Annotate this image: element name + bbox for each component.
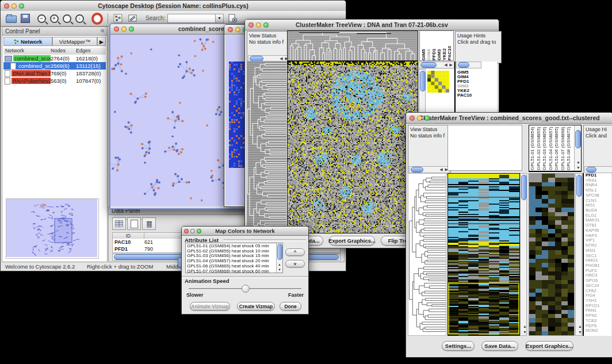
tv2-usage-hscrollbar[interactable] xyxy=(584,166,612,173)
network-row[interactable]: RNAPuberNov2+I563(0)107847(0) xyxy=(3,77,106,85)
zoom-out-icon[interactable]: − xyxy=(36,13,47,24)
float-panel-icon[interactable]: ⧉ xyxy=(101,28,104,34)
main-titlebar[interactable]: Cytoscape Desktop (Session Name: collins… xyxy=(1,1,346,12)
tv1-heatmap[interactable] xyxy=(287,61,418,233)
treeview2-titlebar[interactable]: ClusterMaker TreeView : combined_scores_… xyxy=(406,113,612,124)
network-row[interactable]: DNA and Tran 07769(0)183728(0) xyxy=(3,70,106,77)
tv2-heatmap[interactable] xyxy=(447,173,520,336)
tv2-column-label[interactable]: GPL51-02 (GSM855) xyxy=(536,126,542,170)
close-button[interactable] xyxy=(410,116,415,121)
tv2-collabels-vscrollbar[interactable]: ▲ ▼ xyxy=(574,125,581,171)
open-folder-icon[interactable] xyxy=(5,13,17,24)
tv1-column-label[interactable]: GIM4 xyxy=(426,31,431,60)
scroll-thumb[interactable] xyxy=(420,62,437,68)
tv2-genes-vscrollbar[interactable]: ▲ ▼ xyxy=(575,173,582,336)
zoom-button[interactable] xyxy=(263,22,269,28)
attribute-item[interactable]: GPL51-07 (GSM868) heat shock 60 min xyxy=(187,269,281,273)
settings-button[interactable]: Settings... xyxy=(442,341,475,351)
move-down-button[interactable]: v xyxy=(285,260,305,267)
minimize-button[interactable] xyxy=(121,26,127,32)
scroll-up-arrow[interactable]: ▲ xyxy=(522,324,528,329)
close-button[interactable] xyxy=(114,26,119,32)
scroll-right-arrow[interactable]: ▶ xyxy=(449,62,454,68)
export-graphics-button[interactable]: Export Graphics... xyxy=(329,236,375,246)
zoom-in-icon[interactable]: + xyxy=(48,13,60,24)
tv1-column-label[interactable]: GIM3 xyxy=(437,31,442,60)
tv2-row-dendrogram[interactable] xyxy=(408,173,446,336)
zoom-fit-icon[interactable]: ▫ xyxy=(74,13,85,24)
new-attribute-icon[interactable] xyxy=(127,217,141,230)
export-graphics-button[interactable]: Export Graphics... xyxy=(525,341,573,351)
network-overview-panel[interactable] xyxy=(6,198,99,259)
scroll-left-arrow[interactable]: ◀ xyxy=(443,62,448,68)
tv2-column-label[interactable]: GPL51-08 (GSM872) xyxy=(566,126,572,170)
save-data-button[interactable]: Save Data... xyxy=(481,341,518,351)
tv2-column-label[interactable]: GPL51-06 (GSM865) xyxy=(554,126,560,170)
tv1-mini-heatmap[interactable] xyxy=(427,71,449,93)
close-button[interactable] xyxy=(4,3,9,9)
tv2-status-hscrollbar[interactable]: ◀ ▶ xyxy=(409,166,450,173)
tab-vizmapper[interactable]: VizMapper™ xyxy=(52,37,97,46)
minimize-button[interactable] xyxy=(256,22,261,28)
move-up-button[interactable]: ^ xyxy=(285,248,305,256)
col-network[interactable]: Network xyxy=(3,48,51,55)
scroll-thumb[interactable] xyxy=(277,244,282,260)
tv1-row-dendrogram[interactable] xyxy=(247,61,286,233)
tv2-zoom-heatmap-panel[interactable] xyxy=(529,173,575,336)
treeview1-titlebar[interactable]: ClusterMaker TreeView : DNA and Tran 07-… xyxy=(245,20,499,30)
scroll-thumb[interactable] xyxy=(575,130,581,148)
tv1-row-label[interactable]: PAC10 xyxy=(457,93,472,98)
search-input[interactable] xyxy=(167,14,217,23)
scroll-left-arrow[interactable]: ◀ xyxy=(438,167,443,173)
tv1-mini-hscrollbar[interactable]: ◀ ▶ xyxy=(419,62,454,68)
zoom-selected-icon[interactable] xyxy=(61,13,72,24)
close-button[interactable] xyxy=(184,229,189,233)
slider-thumb[interactable] xyxy=(242,285,250,293)
minimize-button[interactable] xyxy=(190,229,195,233)
search-dropdown-arrow[interactable]: ▼ xyxy=(215,14,224,23)
delete-attribute-icon[interactable] xyxy=(142,217,156,230)
col-nodes[interactable]: Nodes xyxy=(51,48,76,55)
save-icon[interactable] xyxy=(20,13,31,24)
tv1-column-label[interactable]: GIM5 xyxy=(421,31,426,60)
tab-overflow-arrow[interactable]: ▶ xyxy=(97,37,106,46)
tv1-column-label[interactable]: YKE2 xyxy=(442,31,447,60)
tv2-heatmap-vscrollbar[interactable]: ▲ ▼ xyxy=(520,173,527,336)
scroll-thumb[interactable] xyxy=(458,62,469,68)
tv2-column-label[interactable]: GPL51-04 (GSM857) xyxy=(548,126,554,170)
tab-network[interactable]: Network xyxy=(3,37,52,46)
scroll-down-arrow[interactable]: ▼ xyxy=(575,165,582,171)
scroll-thumb[interactable] xyxy=(411,167,423,173)
tv2-column-dendrogram-area[interactable] xyxy=(447,125,522,171)
minimize-button[interactable] xyxy=(12,3,17,9)
done-button[interactable]: Done xyxy=(280,302,301,311)
animate-vizmap-button[interactable]: Animate Vizmap xyxy=(190,302,230,311)
attribute-list-vscrollbar[interactable]: ▲ ▼ xyxy=(276,243,282,273)
tv2-column-label[interactable]: GPL51-03 (GSM856) xyxy=(542,126,548,170)
scroll-up-arrow[interactable]: ▲ xyxy=(575,159,582,165)
tv1-column-label[interactable]: PFD1 xyxy=(431,31,437,60)
scroll-thumb[interactable] xyxy=(586,167,596,173)
network-overview-canvas[interactable] xyxy=(6,199,97,257)
zoom-button[interactable] xyxy=(197,229,201,233)
create-vizmap-button[interactable]: Create Vizmap xyxy=(237,302,275,311)
scroll-thumb[interactable] xyxy=(521,175,527,200)
zoom-button[interactable] xyxy=(424,116,430,121)
minimize-button[interactable] xyxy=(417,116,422,121)
gene-label[interactable]: MON2 xyxy=(586,328,611,334)
scroll-thumb[interactable] xyxy=(576,175,582,197)
tv1-column-dendrogram[interactable] xyxy=(287,30,418,61)
network-row[interactable]: combined_sco2569(6)13112(15) xyxy=(3,62,106,70)
vizmap-nodes-icon[interactable] xyxy=(112,13,124,24)
help-ring-icon[interactable] xyxy=(91,13,103,24)
close-button[interactable] xyxy=(228,27,233,32)
annotation-icon[interactable] xyxy=(127,13,139,24)
zoom-button[interactable] xyxy=(19,3,24,9)
close-button[interactable] xyxy=(248,22,254,28)
scroll-down-arrow[interactable]: ▼ xyxy=(522,329,528,335)
col-edges[interactable]: Edges xyxy=(76,48,106,55)
attribute-options-icon[interactable] xyxy=(227,13,239,24)
scroll-down-arrow[interactable]: ▼ xyxy=(277,267,282,273)
zoom-button[interactable] xyxy=(129,26,134,32)
tv2-column-label[interactable]: GPL51-01 (GSM854) xyxy=(530,126,536,170)
